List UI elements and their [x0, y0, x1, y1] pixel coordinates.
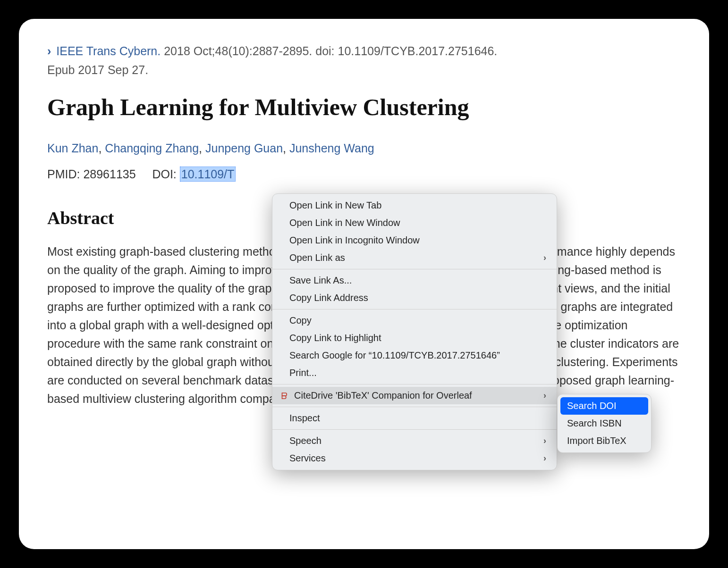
author-link[interactable]: Junsheng Wang [289, 142, 374, 155]
author-link[interactable]: Kun Zhan [47, 142, 98, 155]
menu-open-new-tab[interactable]: Open Link in New Tab [272, 197, 557, 214]
submenu-import-bibtex[interactable]: Import BibTeX [558, 432, 651, 450]
menu-separator [272, 407, 557, 407]
citation-doi: 10.1109/TCYB.2017.2751646. [338, 44, 498, 58]
menu-speech[interactable]: Speech› [272, 432, 557, 450]
submenu-search-doi[interactable]: Search DOI [560, 397, 648, 415]
menu-copy[interactable]: Copy [272, 312, 557, 329]
article-title: Graph Learning for Multiview Clustering [47, 94, 681, 121]
authors-list: Kun Zhan, Changqing Zhang, Junpeng Guan,… [47, 142, 681, 155]
menu-open-new-window[interactable]: Open Link in New Window [272, 214, 557, 232]
menu-separator [272, 269, 557, 269]
menu-services[interactable]: Services› [272, 450, 557, 467]
menu-citedrive[interactable]: CiteDrive 'BibTeX' Companion for Overlea… [272, 387, 557, 404]
chevron-right-icon: › [543, 253, 546, 263]
submenu-search-isbn[interactable]: Search ISBN [558, 415, 651, 432]
identifiers: PMID: 28961135 DOI: 10.1109/T [47, 167, 681, 181]
menu-separator [272, 384, 557, 384]
menu-separator [272, 429, 557, 430]
doi-selected-text: 10.1109/T [180, 167, 236, 182]
doi-prefix: doi: [315, 44, 334, 58]
article-window: › IEEE Trans Cybern. 2018 Oct;48(10):288… [19, 19, 709, 549]
epub-line: Epub 2017 Sep 27. [47, 63, 681, 77]
citation-details: 2018 Oct;48(10):2887-2895. [164, 44, 312, 58]
menu-search-google[interactable]: Search Google for “10.1109/TCYB.2017.275… [272, 347, 557, 364]
menu-copy-link-highlight[interactable]: Copy Link to Highlight [272, 329, 557, 347]
journal-link[interactable]: IEEE Trans Cybern. [56, 44, 161, 58]
menu-print[interactable]: Print... [272, 364, 557, 382]
menu-inspect[interactable]: Inspect [272, 409, 557, 427]
doi-label: DOI: [152, 167, 176, 181]
pmid-label: PMID: [47, 167, 80, 181]
chevron-right-icon: › [543, 391, 546, 401]
doi-link[interactable]: 10.1109/T [180, 167, 236, 182]
menu-copy-link-address[interactable]: Copy Link Address [272, 289, 557, 307]
context-menu: Open Link in New Tab Open Link in New Wi… [272, 193, 557, 470]
menu-open-link-as[interactable]: Open Link as› [272, 249, 557, 267]
pmid-value: 28961135 [83, 167, 135, 181]
breadcrumb-chevron-icon: › [47, 42, 51, 60]
author-link[interactable]: Changqing Zhang [105, 142, 199, 155]
citation-line: › IEEE Trans Cybern. 2018 Oct;48(10):288… [47, 42, 681, 60]
citedrive-submenu: Search DOI Search ISBN Import BibTeX [557, 394, 652, 453]
citedrive-icon [279, 391, 289, 401]
menu-open-incognito[interactable]: Open Link in Incognito Window [272, 232, 557, 249]
chevron-right-icon: › [543, 436, 546, 446]
menu-save-link-as[interactable]: Save Link As... [272, 272, 557, 289]
chevron-right-icon: › [543, 453, 546, 463]
author-link[interactable]: Junpeng Guan [205, 142, 283, 155]
menu-separator [272, 309, 557, 309]
